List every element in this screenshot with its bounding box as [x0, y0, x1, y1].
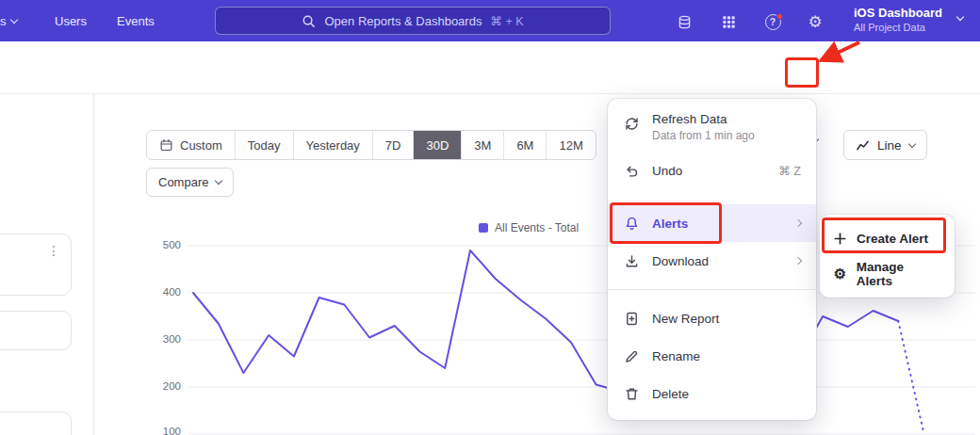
sidebar-card[interactable]: [0, 234, 72, 296]
menu-item-alerts[interactable]: Alerts: [608, 204, 816, 242]
pencil-icon: [623, 347, 640, 364]
y-axis-tick: 100: [149, 426, 181, 435]
project-title: iOS Dashboard: [854, 6, 952, 20]
submenu-item-label: Create Alert: [857, 232, 928, 246]
y-axis-tick: 500: [149, 239, 181, 250]
menu-item-label: New Report: [652, 312, 719, 326]
notification-dot: [776, 13, 783, 20]
range-yesterday[interactable]: Yesterday: [294, 131, 373, 159]
menu-item-rename[interactable]: Rename: [608, 337, 816, 375]
range-30d-selected[interactable]: 30D: [414, 131, 462, 159]
download-icon: [623, 252, 640, 269]
chart-line-dashed: [898, 321, 923, 432]
y-axis-tick: 200: [149, 380, 181, 392]
project-subtitle: All Project Data: [854, 22, 952, 33]
menu-divider: [608, 289, 816, 290]
trash-icon: [623, 385, 640, 402]
chart-type-button[interactable]: Line: [843, 130, 927, 160]
chevron-right-icon: [794, 219, 802, 227]
project-selector[interactable]: iOS Dashboard All Project Data: [854, 6, 952, 33]
menu-item-sublabel: Data from 1 min ago: [652, 129, 755, 142]
range-label: Custom: [180, 138, 222, 153]
compare-label: Compare: [158, 175, 208, 189]
search-icon: [302, 14, 316, 28]
search-shortcut: ⌘ + K: [490, 14, 523, 28]
undo-icon: [623, 162, 640, 179]
alerts-submenu: Create Alert ⚙ Manage Alerts: [820, 215, 955, 298]
context-menu: Refresh Data Data from 1 min ago Undo ⌘ …: [608, 99, 816, 420]
range-custom[interactable]: Custom: [147, 131, 236, 159]
menu-item-label: Refresh Data: [652, 112, 755, 126]
global-search[interactable]: Open Reports & Dashboards ⌘ + K: [215, 7, 611, 35]
chart-legend[interactable]: All Events - Total: [479, 221, 579, 234]
menu-item-undo[interactable]: Undo ⌘ Z: [608, 152, 816, 189]
legend-label: All Events - Total: [495, 221, 579, 234]
menu-item-refresh-data[interactable]: Refresh Data Data from 1 min ago: [608, 106, 816, 152]
menu-item-label: Download: [652, 254, 709, 268]
range-3m[interactable]: 3M: [462, 131, 504, 159]
nav-item-users[interactable]: Users: [55, 14, 87, 28]
help-icon[interactable]: ?: [763, 12, 782, 31]
y-axis-tick: 300: [149, 333, 181, 345]
chevron-down-icon: [215, 177, 222, 185]
submenu-item-manage-alerts[interactable]: ⚙ Manage Alerts: [820, 256, 955, 292]
gear-icon[interactable]: ⚙: [806, 12, 825, 31]
submenu-item-label: Manage Alerts: [857, 260, 941, 288]
apps-grid-icon[interactable]: [719, 12, 738, 31]
menu-item-delete[interactable]: Delete: [608, 375, 816, 412]
sidebar-card[interactable]: [0, 311, 72, 350]
menu-item-label: Delete: [652, 387, 689, 401]
plus-icon: [833, 232, 847, 246]
project-chevron-icon: [956, 13, 964, 21]
menu-item-download[interactable]: Download: [608, 242, 816, 280]
sidebar-card[interactable]: [0, 411, 72, 435]
chart-type-label: Line: [877, 138, 902, 153]
new-report-icon: [623, 310, 640, 327]
range-12m[interactable]: 12M: [547, 131, 595, 159]
app-window: s Users Events Open Reports & Dashboards…: [0, 0, 980, 435]
nav-item-partial[interactable]: s: [0, 14, 17, 28]
nav-item-events[interactable]: Events: [117, 14, 155, 28]
legend-swatch: [479, 223, 488, 233]
line-chart-icon: [856, 138, 870, 153]
search-label: Open Reports & Dashboards: [324, 14, 482, 28]
chevron-down-icon: [907, 139, 915, 147]
submenu-item-create-alert[interactable]: Create Alert: [820, 220, 955, 256]
range-7d[interactable]: 7D: [373, 131, 415, 159]
help-circle: ?: [765, 14, 781, 30]
range-6m[interactable]: 6M: [504, 131, 547, 159]
date-range-control: Custom Today Yesterday 7D 30D 3M 6M 12M: [146, 130, 596, 160]
top-nav: s Users Events Open Reports & Dashboards…: [0, 0, 980, 41]
chevron-right-icon: [794, 257, 802, 265]
menu-shortcut: ⌘ Z: [778, 164, 801, 178]
gear-icon: ⚙: [833, 266, 847, 282]
menu-item-label: Alerts: [652, 217, 688, 231]
bell-icon: [623, 215, 640, 232]
card-menu-icon[interactable]: ⋮: [47, 243, 60, 258]
report-header: [0, 41, 980, 94]
range-today[interactable]: Today: [236, 131, 294, 159]
y-axis-tick: 400: [149, 286, 181, 298]
menu-item-label: Undo: [652, 164, 682, 178]
nav-item-partial-label: s: [0, 14, 7, 28]
calendar-icon: [159, 138, 173, 153]
menu-item-label: Rename: [652, 349, 700, 363]
chevron-down-icon: [9, 16, 17, 24]
data-icon[interactable]: [675, 12, 694, 31]
compare-button[interactable]: Compare: [146, 168, 234, 197]
menu-item-new-report[interactable]: New Report: [608, 299, 816, 337]
refresh-icon: [623, 115, 640, 132]
